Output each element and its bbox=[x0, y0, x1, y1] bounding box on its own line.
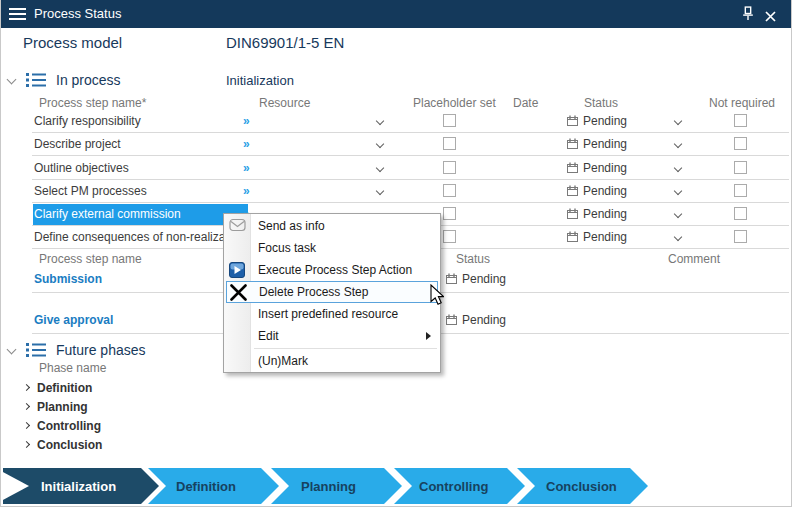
not-required-checkbox[interactable] bbox=[734, 230, 747, 243]
pin-icon[interactable] bbox=[741, 6, 757, 22]
status-dropdown-icon[interactable] bbox=[674, 210, 682, 218]
status-value: Pending bbox=[583, 110, 627, 132]
placeholder-checkbox[interactable] bbox=[443, 137, 456, 150]
menu-separator bbox=[254, 348, 437, 349]
resource-dropdown-icon[interactable] bbox=[376, 187, 384, 195]
delete-x-icon bbox=[230, 284, 247, 304]
phase-label-controlling: Controlling bbox=[419, 479, 488, 494]
resource-link[interactable]: » bbox=[243, 133, 250, 155]
collapse-chevron-icon[interactable] bbox=[7, 345, 17, 355]
col-approval-step-name: Process step name bbox=[39, 252, 142, 266]
expand-chevron-icon[interactable] bbox=[23, 441, 30, 448]
status-dropdown-icon[interactable] bbox=[674, 117, 682, 125]
status-dropdown-icon[interactable] bbox=[674, 140, 682, 148]
phase-tree-row[interactable]: Definition bbox=[1, 379, 791, 398]
approval-step-link[interactable]: Submission bbox=[34, 266, 102, 292]
status-value: Pending bbox=[583, 133, 627, 155]
step-name: Outline objectives bbox=[34, 157, 129, 179]
calendar-icon bbox=[446, 314, 458, 329]
placeholder-checkbox[interactable] bbox=[443, 114, 456, 127]
placeholder-checkbox[interactable] bbox=[443, 230, 456, 243]
phase-label-definition: Definition bbox=[176, 479, 236, 494]
list-icon bbox=[26, 342, 47, 362]
col-approval-comment: Comment bbox=[668, 252, 720, 266]
resource-link[interactable]: » bbox=[243, 180, 250, 202]
menu-item-execute-action[interactable]: Execute Process Step Action bbox=[224, 259, 440, 281]
table-row[interactable]: Describe project » Pending bbox=[32, 133, 789, 156]
status-dropdown-icon[interactable] bbox=[674, 187, 682, 195]
calendar-icon bbox=[567, 115, 579, 130]
placeholder-checkbox[interactable] bbox=[443, 207, 456, 220]
step-name: Clarify external commission bbox=[34, 203, 181, 225]
play-action-icon bbox=[229, 262, 245, 281]
table-row[interactable]: Outline objectives » Pending bbox=[32, 157, 789, 180]
process-model-label: Process model bbox=[23, 34, 122, 51]
collapse-chevron-icon[interactable] bbox=[7, 75, 17, 85]
window-title: Process Status bbox=[34, 6, 121, 21]
section-in-process[interactable]: In process bbox=[56, 72, 121, 88]
menu-item-edit[interactable]: Edit bbox=[224, 325, 440, 347]
list-icon bbox=[26, 72, 47, 92]
menu-item-delete-process-step[interactable]: Delete Process Step bbox=[226, 281, 438, 303]
resource-link[interactable]: » bbox=[243, 157, 250, 179]
table-row[interactable]: Select PM processes » Pending bbox=[32, 180, 789, 203]
calendar-icon bbox=[567, 162, 579, 177]
process-status-window: Process Status Process model DIN69901/1-… bbox=[0, 0, 792, 507]
col-resource: Resource bbox=[259, 96, 310, 110]
hamburger-menu-icon[interactable] bbox=[9, 8, 26, 20]
phase-label-conclusion: Conclusion bbox=[546, 479, 617, 494]
menu-item-focus-task[interactable]: Focus task bbox=[224, 237, 440, 259]
phase-tree-row[interactable]: Controlling bbox=[1, 417, 791, 436]
step-name: Clarify responsibility bbox=[34, 110, 141, 132]
status-value: Pending bbox=[583, 157, 627, 179]
not-required-checkbox[interactable] bbox=[734, 114, 747, 127]
col-approval-status: Status bbox=[456, 252, 490, 266]
menu-item-send-as-info[interactable]: Send as info bbox=[224, 215, 440, 237]
step-name: Define consequences of non-realization bbox=[34, 226, 245, 248]
phase-name: Planning bbox=[37, 398, 88, 416]
titlebar: Process Status bbox=[1, 0, 791, 28]
section-future-phases[interactable]: Future phases bbox=[56, 342, 146, 358]
expand-chevron-icon[interactable] bbox=[23, 384, 30, 391]
col-date: Date bbox=[513, 96, 538, 110]
phase-name: Controlling bbox=[37, 417, 101, 435]
not-required-checkbox[interactable] bbox=[734, 184, 747, 197]
resource-link[interactable]: » bbox=[243, 110, 250, 132]
resource-dropdown-icon[interactable] bbox=[376, 164, 384, 172]
menu-item-insert-predefined-resource[interactable]: Insert predefined resource bbox=[224, 303, 440, 325]
phase-tree-row[interactable]: Planning bbox=[1, 398, 791, 417]
calendar-icon bbox=[567, 185, 579, 200]
step-name: Select PM processes bbox=[34, 180, 147, 202]
status-dropdown-icon[interactable] bbox=[674, 164, 682, 172]
envelope-icon bbox=[229, 218, 246, 235]
phase-label-planning: Planning bbox=[301, 479, 356, 494]
in-process-phase-label: Initialization bbox=[226, 73, 294, 88]
status-value: Pending bbox=[583, 226, 627, 248]
not-required-checkbox[interactable] bbox=[734, 207, 747, 220]
calendar-icon bbox=[446, 273, 458, 288]
status-dropdown-icon[interactable] bbox=[674, 233, 682, 241]
close-icon[interactable] bbox=[765, 8, 781, 24]
calendar-icon bbox=[567, 138, 579, 153]
col-phase-name: Phase name bbox=[39, 361, 106, 375]
col-status: Status bbox=[584, 96, 618, 110]
table-row[interactable]: Clarify responsibility » Pending bbox=[32, 110, 789, 133]
phase-name: Definition bbox=[37, 379, 92, 397]
phase-label-initialization: Initialization bbox=[41, 479, 116, 494]
phase-tree-row[interactable]: Conclusion bbox=[1, 436, 791, 455]
not-required-checkbox[interactable] bbox=[734, 161, 747, 174]
resource-dropdown-icon[interactable] bbox=[376, 117, 384, 125]
calendar-icon bbox=[567, 231, 579, 246]
approval-step-link[interactable]: Give approval bbox=[34, 307, 113, 333]
status-value: Pending bbox=[462, 266, 506, 292]
expand-chevron-icon[interactable] bbox=[23, 403, 30, 410]
status-value: Pending bbox=[462, 307, 506, 333]
resource-dropdown-icon[interactable] bbox=[376, 140, 384, 148]
placeholder-checkbox[interactable] bbox=[443, 184, 456, 197]
submenu-arrow-icon bbox=[426, 332, 431, 340]
not-required-checkbox[interactable] bbox=[734, 137, 747, 150]
placeholder-checkbox[interactable] bbox=[443, 161, 456, 174]
status-value: Pending bbox=[583, 203, 627, 225]
menu-item-unmark[interactable]: (Un)Mark bbox=[224, 350, 440, 372]
expand-chevron-icon[interactable] bbox=[23, 422, 30, 429]
